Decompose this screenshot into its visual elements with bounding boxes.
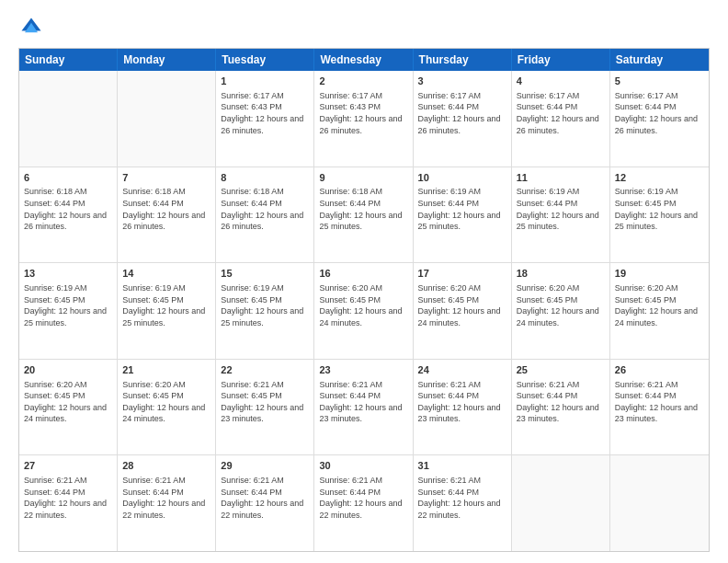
calendar-cell-2: 2Sunrise: 6:17 AM Sunset: 6:43 PM Daylig… [314,71,413,167]
calendar-row-2: 6Sunrise: 6:18 AM Sunset: 6:44 PM Daylig… [19,167,709,264]
calendar-cell-29: 29Sunrise: 6:21 AM Sunset: 6:44 PM Dayli… [216,455,314,551]
calendar-cell-26: 26Sunrise: 6:21 AM Sunset: 6:44 PM Dayli… [610,360,709,455]
calendar-row-5: 27Sunrise: 6:21 AM Sunset: 6:44 PM Dayli… [19,455,709,551]
day-number: 24 [418,363,506,377]
day-number: 6 [24,171,112,185]
day-number: 7 [122,171,210,185]
logo [18,15,48,40]
header-day-tuesday: Tuesday [216,49,314,71]
day-number: 29 [221,459,309,473]
day-info: Sunrise: 6:18 AM Sunset: 6:44 PM Dayligh… [24,186,112,232]
day-info: Sunrise: 6:18 AM Sunset: 6:44 PM Dayligh… [122,186,210,232]
calendar-cell-14: 14Sunrise: 6:19 AM Sunset: 6:45 PM Dayli… [118,263,216,359]
day-info: Sunrise: 6:17 AM Sunset: 6:43 PM Dayligh… [319,90,407,136]
day-number: 20 [24,363,112,377]
calendar-cell-5: 5Sunrise: 6:17 AM Sunset: 6:44 PM Daylig… [610,71,709,167]
day-number: 16 [319,267,407,281]
day-number: 31 [418,459,506,473]
day-info: Sunrise: 6:21 AM Sunset: 6:44 PM Dayligh… [517,379,605,425]
day-info: Sunrise: 6:21 AM Sunset: 6:44 PM Dayligh… [319,379,407,425]
day-number: 4 [517,75,605,88]
calendar-cell-30: 30Sunrise: 6:21 AM Sunset: 6:44 PM Dayli… [314,455,413,551]
day-info: Sunrise: 6:19 AM Sunset: 6:45 PM Dayligh… [221,282,309,328]
day-info: Sunrise: 6:21 AM Sunset: 6:45 PM Dayligh… [221,379,309,425]
day-number: 10 [418,171,506,185]
day-number: 28 [122,459,210,473]
calendar-cell-20: 20Sunrise: 6:20 AM Sunset: 6:45 PM Dayli… [19,360,118,455]
day-info: Sunrise: 6:19 AM Sunset: 6:45 PM Dayligh… [615,186,704,232]
calendar-row-4: 20Sunrise: 6:20 AM Sunset: 6:45 PM Dayli… [19,360,709,456]
calendar-cell-23: 23Sunrise: 6:21 AM Sunset: 6:44 PM Dayli… [314,360,413,455]
calendar-cell-8: 8Sunrise: 6:18 AM Sunset: 6:44 PM Daylig… [216,167,314,263]
header-day-saturday: Saturday [610,49,709,71]
calendar-cell-19: 19Sunrise: 6:20 AM Sunset: 6:45 PM Dayli… [610,263,709,359]
calendar-header: SundayMondayTuesdayWednesdayThursdayFrid… [19,49,709,71]
day-info: Sunrise: 6:17 AM Sunset: 6:44 PM Dayligh… [517,90,605,136]
day-info: Sunrise: 6:18 AM Sunset: 6:44 PM Dayligh… [221,186,309,232]
day-number: 17 [418,267,506,281]
calendar-cell-7: 7Sunrise: 6:18 AM Sunset: 6:44 PM Daylig… [118,167,216,263]
calendar-cell-15: 15Sunrise: 6:19 AM Sunset: 6:45 PM Dayli… [216,263,314,359]
calendar-body: 1Sunrise: 6:17 AM Sunset: 6:43 PM Daylig… [19,71,709,551]
calendar-row-1: 1Sunrise: 6:17 AM Sunset: 6:43 PM Daylig… [19,71,709,167]
calendar-cell-3: 3Sunrise: 6:17 AM Sunset: 6:44 PM Daylig… [414,71,512,167]
calendar-cell-25: 25Sunrise: 6:21 AM Sunset: 6:44 PM Dayli… [512,360,610,455]
day-number: 1 [221,75,309,88]
calendar-cell-empty-0-0 [19,71,118,167]
calendar-cell-11: 11Sunrise: 6:19 AM Sunset: 6:44 PM Dayli… [512,167,610,263]
day-number: 14 [122,267,210,281]
header [18,15,710,40]
day-number: 13 [24,267,112,281]
day-info: Sunrise: 6:18 AM Sunset: 6:44 PM Dayligh… [319,186,407,232]
header-day-friday: Friday [512,49,610,71]
day-info: Sunrise: 6:21 AM Sunset: 6:44 PM Dayligh… [24,475,112,521]
header-day-monday: Monday [118,49,216,71]
day-info: Sunrise: 6:21 AM Sunset: 6:44 PM Dayligh… [221,475,309,521]
calendar-cell-empty-4-5 [512,455,610,551]
day-number: 12 [615,171,704,185]
calendar-cell-13: 13Sunrise: 6:19 AM Sunset: 6:45 PM Dayli… [19,263,118,359]
day-info: Sunrise: 6:20 AM Sunset: 6:45 PM Dayligh… [615,282,704,328]
logo-icon [18,15,44,40]
calendar-cell-9: 9Sunrise: 6:18 AM Sunset: 6:44 PM Daylig… [314,167,413,263]
day-info: Sunrise: 6:19 AM Sunset: 6:44 PM Dayligh… [517,186,605,232]
calendar-cell-6: 6Sunrise: 6:18 AM Sunset: 6:44 PM Daylig… [19,167,118,263]
day-number: 21 [122,363,210,377]
header-day-wednesday: Wednesday [314,49,413,71]
day-number: 15 [221,267,309,281]
page: SundayMondayTuesdayWednesdayThursdayFrid… [0,0,728,563]
day-info: Sunrise: 6:20 AM Sunset: 6:45 PM Dayligh… [122,379,210,425]
day-info: Sunrise: 6:21 AM Sunset: 6:44 PM Dayligh… [418,475,506,521]
calendar-cell-18: 18Sunrise: 6:20 AM Sunset: 6:45 PM Dayli… [512,263,610,359]
calendar-cell-empty-4-6 [610,455,709,551]
calendar-cell-4: 4Sunrise: 6:17 AM Sunset: 6:44 PM Daylig… [512,71,610,167]
day-number: 11 [517,171,605,185]
day-info: Sunrise: 6:19 AM Sunset: 6:45 PM Dayligh… [24,282,112,328]
calendar: SundayMondayTuesdayWednesdayThursdayFrid… [18,48,710,552]
day-info: Sunrise: 6:21 AM Sunset: 6:44 PM Dayligh… [319,475,407,521]
day-number: 8 [221,171,309,185]
day-number: 23 [319,363,407,377]
day-info: Sunrise: 6:19 AM Sunset: 6:45 PM Dayligh… [122,282,210,328]
day-info: Sunrise: 6:19 AM Sunset: 6:44 PM Dayligh… [418,186,506,232]
calendar-cell-31: 31Sunrise: 6:21 AM Sunset: 6:44 PM Dayli… [414,455,512,551]
day-info: Sunrise: 6:21 AM Sunset: 6:44 PM Dayligh… [418,379,506,425]
day-number: 18 [517,267,605,281]
calendar-cell-12: 12Sunrise: 6:19 AM Sunset: 6:45 PM Dayli… [610,167,709,263]
calendar-cell-24: 24Sunrise: 6:21 AM Sunset: 6:44 PM Dayli… [414,360,512,455]
day-info: Sunrise: 6:17 AM Sunset: 6:43 PM Dayligh… [221,90,309,136]
day-number: 27 [24,459,112,473]
header-day-sunday: Sunday [19,49,118,71]
day-info: Sunrise: 6:20 AM Sunset: 6:45 PM Dayligh… [24,379,112,425]
calendar-cell-1: 1Sunrise: 6:17 AM Sunset: 6:43 PM Daylig… [216,71,314,167]
day-info: Sunrise: 6:20 AM Sunset: 6:45 PM Dayligh… [418,282,506,328]
day-info: Sunrise: 6:20 AM Sunset: 6:45 PM Dayligh… [517,282,605,328]
calendar-cell-17: 17Sunrise: 6:20 AM Sunset: 6:45 PM Dayli… [414,263,512,359]
day-number: 19 [615,267,704,281]
day-number: 26 [615,363,704,377]
day-number: 2 [319,75,407,88]
day-number: 5 [615,75,704,88]
day-number: 30 [319,459,407,473]
day-info: Sunrise: 6:17 AM Sunset: 6:44 PM Dayligh… [418,90,506,136]
calendar-cell-22: 22Sunrise: 6:21 AM Sunset: 6:45 PM Dayli… [216,360,314,455]
